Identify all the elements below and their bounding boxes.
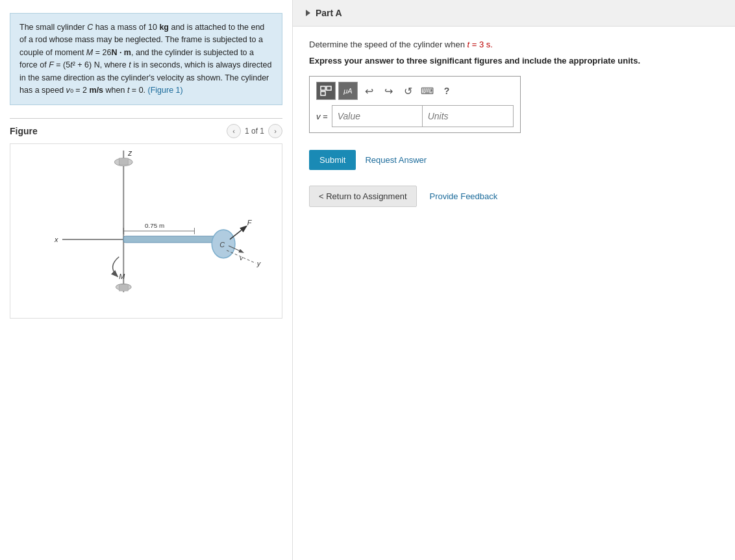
svg-text:x: x (54, 236, 58, 243)
left-panel: The small cylinder C has a mass of 10 kg… (0, 0, 292, 560)
figure-prev-button[interactable]: ‹ (227, 124, 241, 138)
instruction-text: Express your answer to three significant… (309, 56, 719, 66)
figure-navigation: ‹ 1 of 1 › (227, 124, 282, 138)
figure-section: Figure ‹ 1 of 1 › z (10, 118, 282, 319)
refresh-button[interactable]: ↺ (399, 82, 416, 99)
provide-feedback-link[interactable]: Provide Feedback (430, 191, 498, 201)
svg-text:y: y (256, 260, 261, 267)
bottom-bar: < Return to Assignment Provide Feedback (309, 186, 719, 207)
svg-rect-27 (327, 86, 331, 90)
figure-next-button[interactable]: › (268, 124, 282, 138)
svg-rect-8 (123, 236, 227, 243)
figure-counter: 1 of 1 (245, 127, 264, 136)
question-text: Determine the speed of the cylinder when… (309, 40, 719, 49)
collapse-icon[interactable] (306, 10, 310, 16)
figure-header: Figure ‹ 1 of 1 › (10, 124, 282, 138)
mu-label: μΑ (343, 87, 352, 95)
v-label: v = (316, 112, 328, 121)
svg-rect-28 (321, 91, 325, 95)
svg-text:z: z (127, 149, 132, 158)
value-input[interactable] (332, 105, 423, 127)
figure-title: Figure (10, 126, 38, 136)
part-header: Part A (293, 0, 735, 27)
answer-box: μΑ ↩ ↪ ↺ ⌨ ? v = (309, 76, 521, 133)
part-label: Part A (316, 8, 342, 18)
units-input[interactable] (423, 105, 514, 127)
grid-button[interactable] (316, 82, 336, 100)
svg-text:C: C (219, 241, 225, 249)
figure-diagram: z C F y (10, 144, 282, 318)
problem-statement: The small cylinder C has a mass of 10 kg… (10, 13, 282, 105)
toolbar: μΑ ↩ ↪ ↺ ⌨ ? (316, 82, 514, 100)
submit-button[interactable]: Submit (309, 150, 356, 170)
right-panel: Part A Determine the speed of the cylind… (292, 0, 735, 560)
redo-button[interactable]: ↪ (380, 82, 397, 99)
part-content: Determine the speed of the cylinder when… (293, 27, 735, 220)
figure-canvas: z C F y (10, 143, 282, 319)
return-label: < Return to Assignment (319, 191, 407, 201)
mu-button[interactable]: μΑ (338, 82, 358, 100)
input-row: v = (316, 105, 514, 127)
request-answer-link[interactable]: Request Answer (365, 155, 427, 165)
svg-text:M: M (119, 273, 125, 281)
figure-link[interactable]: (Figure 1) (148, 86, 183, 95)
return-to-assignment-button[interactable]: < Return to Assignment (309, 186, 417, 207)
keyboard-button[interactable]: ⌨ (419, 82, 436, 99)
svg-rect-4 (119, 158, 128, 165)
svg-text:0.75 m: 0.75 m (145, 222, 164, 229)
help-button[interactable]: ? (438, 82, 455, 99)
undo-button[interactable]: ↩ (360, 82, 377, 99)
highlight-t: t = 3 s. (467, 40, 493, 49)
svg-rect-26 (321, 86, 325, 90)
svg-rect-6 (119, 285, 128, 291)
submit-row: Submit Request Answer (309, 150, 719, 170)
